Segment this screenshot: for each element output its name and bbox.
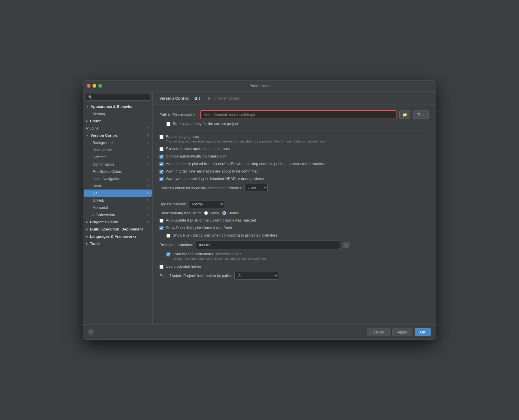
update-method-select[interactable]: Merge Rebase Branch Default xyxy=(189,200,224,208)
sidebar-item-plugins[interactable]: Plugins ⧉ xyxy=(84,125,152,132)
main-header: Version Control › Git 🖥 For current proj… xyxy=(153,91,436,104)
copy-icon: ⧉ xyxy=(147,198,149,202)
stash-radio[interactable] xyxy=(204,211,208,215)
sidebar-item-label: Confirmation xyxy=(93,162,114,166)
load-protection-checkbox[interactable] xyxy=(166,252,170,256)
auto-update-checkbox[interactable] xyxy=(159,219,163,223)
separator-2 xyxy=(159,196,429,196)
commit-cherry-checkbox[interactable] xyxy=(159,155,163,159)
sidebar-item-label: Languages & Frameworks xyxy=(90,234,137,239)
for-project: 🖥 For current project xyxy=(207,96,240,100)
main-body: Path to Git executable: 📁 Test Set this … xyxy=(153,104,436,325)
ok-button[interactable]: OK xyxy=(415,328,431,336)
set-path-checkbox[interactable] xyxy=(166,122,170,126)
sidebar-item-issue-navigation[interactable]: Issue Navigation ⧉ xyxy=(84,175,152,182)
sidebar-item-version-control[interactable]: ▼ Version Control ⧉ xyxy=(84,132,152,139)
help-button[interactable]: ? xyxy=(88,329,94,335)
sidebar-item-changelists[interactable]: Changelists xyxy=(84,146,152,153)
sidebar-item-editor[interactable]: ▶ Editor xyxy=(84,117,152,125)
minimize-button[interactable] xyxy=(93,84,96,88)
sidebar-item-github[interactable]: GitHub ⧉ xyxy=(84,197,152,204)
close-button[interactable] xyxy=(87,84,91,88)
protected-branches-row: Protected branches: ⤢ xyxy=(159,241,429,249)
shelve-label: Shelve xyxy=(227,211,239,215)
sidebar-item-background[interactable]: Background ⧉ xyxy=(84,139,152,146)
copy-icon: ⧉ xyxy=(147,162,149,166)
breadcrumb: Version Control › Git xyxy=(159,96,200,101)
sidebar-item-keymap[interactable]: Keymap xyxy=(84,110,152,117)
filter-select[interactable]: All Only current project xyxy=(234,272,278,280)
expand-button[interactable]: ⤢ xyxy=(343,242,349,248)
sidebar-item-confirmation[interactable]: Confirmation ⧉ xyxy=(84,161,152,168)
copy-icon: ⧉ xyxy=(147,141,149,145)
commit-cherry-label: Commit automatically on cherry-pick xyxy=(166,154,226,158)
copy-icon: ⧉ xyxy=(147,155,149,159)
enable-staging-label: Enable staging area xyxy=(166,134,199,139)
warn-crlf-checkbox[interactable] xyxy=(159,170,163,174)
sidebar-item-label: Project: Sklearn xyxy=(90,220,119,224)
use-credential-checkbox[interactable] xyxy=(159,265,163,269)
sidebar-item-subversion[interactable]: ▶ Subversion ⧉ xyxy=(84,211,152,218)
cancel-button[interactable]: Cancel xyxy=(367,328,390,336)
stash-radio-row: Stash xyxy=(204,211,219,215)
sidebar-item-file-status-colors[interactable]: File Status Colors xyxy=(84,168,152,175)
sidebar-item-project-sklearn[interactable]: ▶ Project: Sklearn ⧉ xyxy=(84,218,152,226)
warn-crlf-label: Warn if CRLF line separators are about t… xyxy=(166,169,259,173)
incoming-label: Explicitly check for incoming commits on… xyxy=(159,186,242,190)
execute-branch-checkbox[interactable] xyxy=(159,147,163,151)
breadcrumb-separator: › xyxy=(191,96,193,101)
warn-crlf-row: Warn if CRLF line separators are about t… xyxy=(159,169,429,174)
chevron-right-icon: ▶ xyxy=(86,228,88,231)
show-push-checkbox[interactable] xyxy=(159,226,163,230)
sidebar-item-label: Mercurial xyxy=(93,205,108,210)
sidebar-item-shelf[interactable]: Shelf ⧉ xyxy=(84,182,152,190)
copy-icon: ⧉ xyxy=(147,184,149,188)
content-area: 🔍 ▼ Appearance & Behavior Keymap ▶ Edito… xyxy=(83,91,436,325)
update-method-label: Update method: xyxy=(159,202,186,206)
incoming-select[interactable]: Auto Always Never xyxy=(245,184,268,192)
breadcrumb-parent: Version Control xyxy=(159,96,189,101)
apply-button[interactable]: Apply xyxy=(392,328,413,336)
maximize-button[interactable] xyxy=(98,84,102,88)
sidebar-item-mercurial[interactable]: Mercurial ⧉ xyxy=(84,204,152,211)
browse-button[interactable]: 📁 xyxy=(399,110,410,119)
chevron-down-icon: ▼ xyxy=(86,134,89,137)
shelve-radio[interactable] xyxy=(222,211,226,215)
sidebar-item-commit[interactable]: Commit ⧉ xyxy=(84,153,152,161)
search-icon: 🔍 xyxy=(88,95,93,99)
test-button[interactable]: Test xyxy=(413,110,429,119)
use-credential-label: Use credential helper xyxy=(166,264,201,269)
sidebar-item-build-execution[interactable]: ▶ Build, Execution, Deployment xyxy=(84,226,152,233)
sidebar-item-languages[interactable]: ▶ Languages & Frameworks xyxy=(84,233,152,240)
git-path-input[interactable] xyxy=(200,110,397,119)
sidebar-item-tools[interactable]: ▶ Tools xyxy=(84,240,152,247)
show-push-protected-checkbox[interactable] xyxy=(166,234,170,238)
footer-right: Cancel Apply OK xyxy=(367,328,431,336)
execute-branch-row: Execute branch operations on all roots xyxy=(159,147,429,151)
project-icon: 🖥 xyxy=(207,96,210,100)
sidebar-item-label: Subversion xyxy=(96,213,115,217)
clean-radio-group: Stash Shelve xyxy=(204,211,239,215)
sidebar-item-appearance[interactable]: ▼ Appearance & Behavior xyxy=(84,103,152,110)
copy-icon: ⧉ xyxy=(147,191,149,195)
enable-staging-subtext: This will disable changelists support an… xyxy=(166,139,326,144)
search-input[interactable] xyxy=(94,95,147,99)
chevron-right-icon: ▶ xyxy=(86,242,88,245)
search-box[interactable]: 🔍 xyxy=(86,94,150,101)
warn-detached-label: Warn when committing in detached HEAD or… xyxy=(166,177,264,181)
copy-icon: ⧉ xyxy=(147,134,149,137)
sidebar-item-label: Commit xyxy=(93,155,106,159)
load-protection-text: Load branch protection rules from GitHub… xyxy=(173,252,267,261)
footer-left: ? xyxy=(88,329,94,335)
sidebar-item-label: Tools xyxy=(90,241,100,246)
warn-detached-checkbox[interactable] xyxy=(159,177,163,181)
title-bar: Preferences xyxy=(83,80,436,91)
warn-detached-row: Warn when committing in detached HEAD or… xyxy=(159,177,429,181)
chevron-right-icon: ▶ xyxy=(86,120,88,123)
enable-staging-checkbox[interactable] xyxy=(159,135,163,139)
protected-branches-input[interactable] xyxy=(196,241,340,249)
set-path-label: Set this path only for the current proje… xyxy=(173,121,238,126)
sidebar-item-git[interactable]: Git ⧉ xyxy=(84,190,152,197)
cherry-suffix-checkbox[interactable] xyxy=(159,162,163,166)
incoming-row: Explicitly check for incoming commits on… xyxy=(159,184,429,192)
